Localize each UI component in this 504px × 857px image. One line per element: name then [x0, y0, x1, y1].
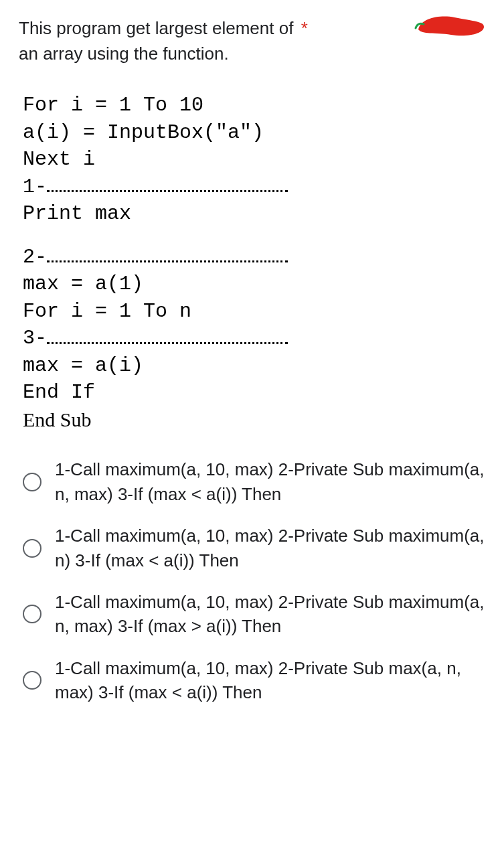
blank-3: 3-: [23, 325, 485, 352]
option-3[interactable]: 1-Call maximum(a, 10, max) 2-Private Sub…: [23, 590, 485, 639]
code-line-end-sub: End Sub: [23, 406, 485, 434]
option-text: 1-Call maximum(a, 10, max) 2-Private Sub…: [55, 524, 485, 572]
code-line: End If: [23, 379, 485, 406]
option-2[interactable]: 1-Call maximum(a, 10, max) 2-Private Sub…: [23, 524, 485, 572]
option-text: 1-Call maximum(a, 10, max) 2-Private Sub…: [55, 590, 485, 639]
option-4[interactable]: 1-Call maximum(a, 10, max) 2-Private Sub…: [23, 656, 485, 705]
code-line: Next i: [23, 146, 485, 173]
radio-icon[interactable]: [23, 539, 41, 558]
radio-icon[interactable]: [23, 671, 41, 690]
code-line: a(i) = InputBox("a"): [23, 119, 485, 147]
code-line: max = a(i): [23, 352, 485, 380]
code-line: max = a(1): [23, 270, 485, 298]
blank-2: 2-: [23, 244, 485, 271]
blank-1: 1-: [23, 173, 485, 201]
code-line: Print max: [23, 200, 485, 228]
options-group: 1-Call maximum(a, 10, max) 2-Private Sub…: [19, 457, 485, 704]
option-1[interactable]: 1-Call maximum(a, 10, max) 2-Private Sub…: [23, 457, 485, 506]
radio-icon[interactable]: [23, 473, 41, 491]
required-asterisk: *: [301, 18, 308, 38]
code-block: For i = 1 To 10 a(i) = InputBox("a") Nex…: [19, 92, 485, 433]
code-line: For i = 1 To n: [23, 298, 485, 325]
option-text: 1-Call maximum(a, 10, max) 2-Private Sub…: [55, 457, 485, 506]
code-line: For i = 1 To 10: [23, 92, 485, 119]
radio-icon[interactable]: [23, 605, 41, 623]
option-text: 1-Call maximum(a, 10, max) 2-Private Sub…: [55, 656, 485, 705]
question-line1: This program get largest element of: [19, 18, 293, 38]
red-scribble-icon: [414, 11, 488, 40]
question-line2: an array using the function.: [19, 44, 229, 64]
question-text: This program get largest element of * an…: [19, 16, 485, 66]
